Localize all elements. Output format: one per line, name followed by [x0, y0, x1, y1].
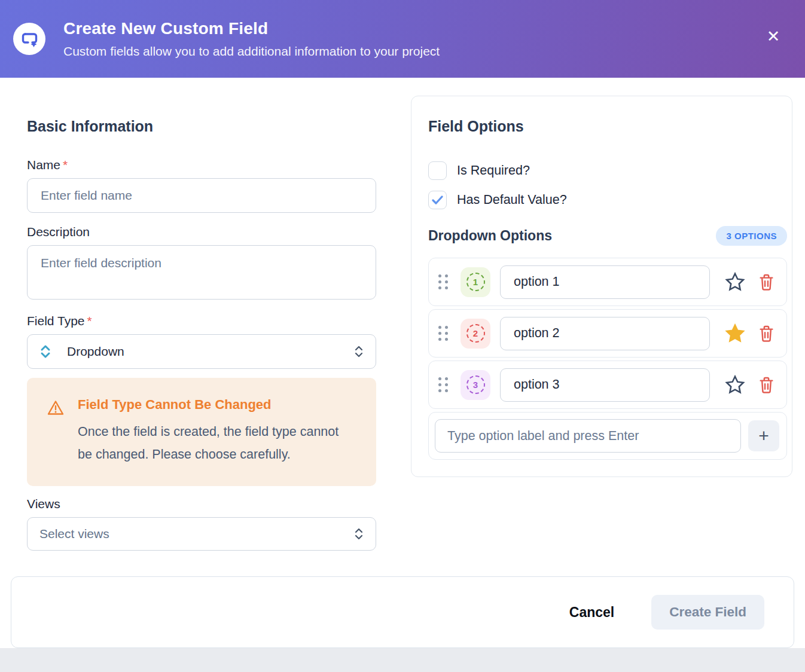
- warning-icon: [47, 397, 65, 466]
- create-field-button[interactable]: Create Field: [651, 595, 764, 630]
- warning-body: Once the field is created, the field typ…: [78, 421, 347, 466]
- add-option-row: +: [428, 412, 787, 460]
- is-required-checkbox[interactable]: [428, 161, 447, 180]
- warning-text: Field Type Cannot Be Changed Once the fi…: [78, 397, 347, 466]
- option-label-input[interactable]: [500, 265, 710, 299]
- dropdown-type-icon: [39, 344, 51, 359]
- trash-icon[interactable]: [754, 273, 778, 291]
- drag-handle-icon[interactable]: [438, 326, 448, 341]
- description-input[interactable]: [27, 245, 376, 300]
- description-label: Description: [27, 225, 376, 239]
- has-default-row[interactable]: Has Default Value?: [428, 191, 787, 209]
- page-background-strip: [0, 648, 805, 660]
- dialog-header: Create New Custom Field Custom fields al…: [0, 0, 805, 78]
- basic-information-section: Basic Information Name* Description Fiel…: [27, 96, 376, 557]
- required-asterisk: *: [63, 158, 68, 172]
- dialog-footer: Cancel Create Field: [11, 576, 794, 648]
- views-select[interactable]: Select views: [27, 517, 376, 551]
- dialog-body: Basic Information Name* Description Fiel…: [0, 78, 805, 557]
- star-icon[interactable]: [722, 375, 748, 395]
- drag-handle-icon[interactable]: [438, 274, 448, 289]
- is-required-label: Is Required?: [457, 163, 530, 178]
- option-label-input[interactable]: [500, 317, 710, 350]
- option-row: 1: [428, 258, 787, 306]
- is-required-row[interactable]: Is Required?: [428, 161, 787, 180]
- option-row: 3: [428, 361, 787, 409]
- warning-title: Field Type Cannot Be Changed: [78, 397, 347, 413]
- views-placeholder: Select views: [39, 527, 354, 541]
- field-options-title: Field Options: [428, 118, 787, 135]
- has-default-label: Has Default Value?: [457, 193, 567, 207]
- views-label: Views: [27, 497, 376, 511]
- header-text: Create New Custom Field Custom fields al…: [63, 19, 440, 59]
- option-label-input[interactable]: [500, 368, 710, 402]
- cancel-button[interactable]: Cancel: [569, 604, 614, 621]
- option-number-badge: 3: [461, 370, 490, 400]
- dialog-subtitle: Custom fields allow you to add additiona…: [63, 44, 440, 59]
- drag-handle-icon[interactable]: [438, 377, 448, 392]
- dropdown-options-title: Dropdown Options: [428, 228, 552, 244]
- option-number-badge: 2: [461, 319, 490, 349]
- select-chevrons-icon: [354, 527, 364, 541]
- add-option-button[interactable]: +: [748, 420, 779, 451]
- plus-icon: +: [758, 426, 769, 445]
- name-label: Name*: [27, 158, 376, 172]
- dialog-title: Create New Custom Field: [63, 19, 440, 38]
- basic-information-title: Basic Information: [27, 118, 376, 135]
- trash-icon[interactable]: [754, 325, 778, 343]
- star-icon[interactable]: [722, 272, 748, 292]
- close-icon[interactable]: ✕: [763, 26, 783, 47]
- create-custom-field-dialog: Create New Custom Field Custom fields al…: [0, 0, 805, 660]
- name-input[interactable]: [27, 178, 376, 213]
- field-type-label: Field Type*: [27, 314, 376, 328]
- star-icon[interactable]: [722, 323, 748, 343]
- custom-field-icon: [13, 23, 45, 55]
- dropdown-options-header: Dropdown Options 3 OPTIONS: [428, 226, 787, 246]
- select-chevrons-icon: [354, 344, 364, 359]
- field-type-warning: Field Type Cannot Be Changed Once the fi…: [27, 378, 376, 486]
- field-type-select[interactable]: Dropdown: [27, 334, 376, 369]
- field-type-value: Dropdown: [67, 344, 354, 359]
- options-count-badge: 3 OPTIONS: [716, 226, 787, 246]
- has-default-checkbox[interactable]: [428, 191, 447, 209]
- option-row: 2: [428, 309, 787, 358]
- add-option-input[interactable]: [435, 419, 741, 453]
- required-asterisk: *: [87, 314, 92, 328]
- option-number-badge: 1: [461, 267, 490, 297]
- trash-icon[interactable]: [754, 376, 778, 394]
- field-options-card: Field Options Is Required? Has Default V…: [411, 96, 792, 477]
